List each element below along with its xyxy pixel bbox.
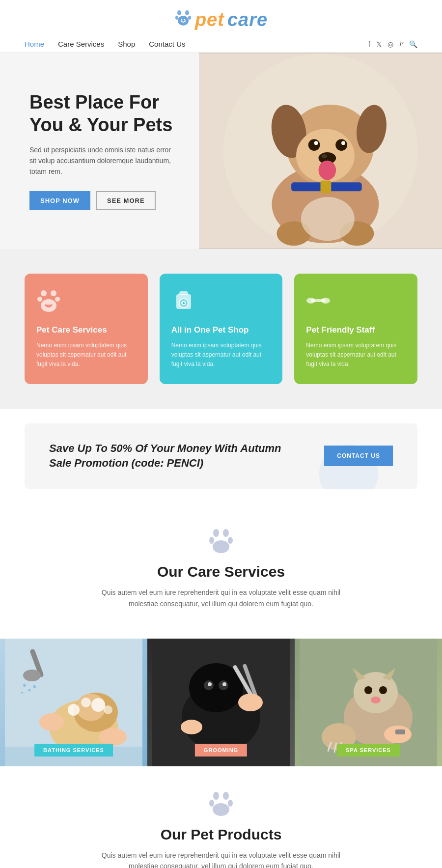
feature-card-pet-staff-text: Nemo enim ipsam voluptatem quis voluptas…	[306, 341, 406, 369]
logo-pet-text: pet	[195, 9, 224, 30]
svg-point-83	[213, 792, 219, 800]
promo-banner: Save Up To 50% Of Your Money With Autumn…	[25, 423, 417, 489]
twitter-icon[interactable]: 𝕏	[376, 40, 382, 48]
contact-us-button[interactable]: CONTACT US	[324, 446, 393, 466]
service-bathing: BATHING SERVICES	[0, 639, 147, 766]
feature-card-pet-staff: Pet Friendly Staff Nemo enim ipsam volup…	[294, 274, 417, 384]
svg-point-67	[181, 720, 202, 734]
svg-point-6	[184, 19, 185, 21]
feature-card-pet-shop-title: All in One Pet Shop	[171, 325, 271, 335]
svg-rect-38	[311, 299, 326, 302]
instagram-icon[interactable]: ◎	[387, 40, 393, 48]
bathing-label: BATHING SERVICES	[34, 744, 113, 756]
svg-rect-82	[395, 729, 405, 734]
svg-point-49	[33, 685, 36, 688]
svg-point-85	[209, 800, 214, 807]
svg-point-71	[222, 682, 226, 686]
care-services-section: Our Care Services Quis autem vel eum iur…	[0, 504, 442, 639]
feature-card-pet-care: Pet Care Services Nemo enim ipsam volupt…	[25, 274, 148, 384]
svg-point-15	[335, 139, 347, 151]
search-icon[interactable]: 🔍	[409, 40, 417, 48]
products-desc: Quis autem vel eum iure reprehenderit qu…	[98, 850, 344, 868]
svg-point-27	[51, 290, 56, 296]
svg-point-86	[228, 800, 233, 807]
nav-links: Home Care Services Shop Contact Us	[25, 40, 185, 48]
pet-care-icon	[36, 288, 136, 317]
nav-contact[interactable]: Contact Us	[149, 40, 185, 48]
svg-point-4	[178, 16, 189, 26]
svg-point-19	[321, 154, 327, 158]
feature-card-pet-staff-title: Pet Friendly Staff	[306, 325, 406, 335]
hero-description: Sed ut perspiciatis unde omnis iste natu…	[29, 144, 177, 177]
see-more-button[interactable]: SEE MORE	[96, 191, 156, 210]
svg-point-47	[23, 684, 26, 687]
svg-point-77	[364, 686, 372, 694]
care-paw-icon	[25, 528, 417, 559]
svg-rect-32	[179, 291, 188, 295]
feature-section: Pet Care Services Nemo enim ipsam volupt…	[0, 249, 442, 409]
hero-image	[199, 53, 442, 249]
care-services-title: Our Care Services	[25, 563, 417, 580]
svg-point-42	[228, 537, 233, 544]
nav-home[interactable]: Home	[25, 40, 44, 48]
header: pet care	[0, 0, 442, 36]
shop-now-button[interactable]: SHOP NOW	[29, 191, 90, 210]
logo-care-text: care	[227, 9, 268, 30]
navigation: Home Care Services Shop Contact Us f 𝕏 ◎…	[0, 36, 442, 53]
svg-point-87	[213, 803, 229, 816]
svg-point-58	[39, 713, 64, 731]
feature-card-pet-shop-text: Nemo enim ipsam voluptatem quis voluptas…	[171, 341, 271, 369]
pet-staff-icon	[306, 288, 406, 317]
hero-buttons: SHOP NOW SEE MORE	[29, 191, 177, 210]
products-paw-icon	[25, 791, 417, 821]
pet-shop-icon	[171, 288, 271, 317]
svg-point-43	[213, 540, 229, 553]
svg-point-79	[371, 697, 381, 703]
svg-point-41	[209, 537, 214, 544]
hero-title: Best Place For You & Your Pets	[29, 91, 177, 136]
grooming-label: GROOMING	[195, 744, 247, 756]
promo-section: Save Up To 50% Of Your Money With Autumn…	[0, 409, 442, 504]
svg-point-14	[308, 139, 320, 151]
svg-point-70	[208, 682, 212, 686]
service-images: BATHING SERVICES GROOMING	[0, 639, 442, 766]
svg-point-46	[23, 670, 41, 681]
svg-point-56	[91, 698, 105, 712]
facebook-icon[interactable]: f	[368, 40, 370, 48]
svg-point-2	[175, 16, 178, 20]
nav-shop[interactable]: Shop	[118, 40, 135, 48]
logo: pet care	[174, 9, 268, 31]
svg-rect-22	[321, 180, 332, 193]
svg-point-17	[341, 141, 345, 145]
hero-section: Best Place For You & Your Pets Sed ut pe…	[0, 53, 442, 249]
feature-cards: Pet Care Services Nemo enim ipsam volupt…	[25, 274, 417, 384]
svg-point-84	[223, 792, 229, 800]
svg-point-40	[223, 529, 229, 537]
svg-point-25	[301, 197, 355, 241]
svg-point-29	[55, 297, 60, 302]
service-spa: SPA SERVICES	[295, 639, 442, 766]
svg-point-78	[379, 686, 387, 694]
logo-paw-icon	[174, 9, 192, 31]
feature-card-pet-care-title: Pet Care Services	[36, 325, 136, 335]
hero-content: Best Place For You & Your Pets Sed ut pe…	[0, 62, 206, 239]
svg-point-54	[68, 704, 80, 716]
promo-text: Save Up To 50% Of Your Money With Autumn…	[49, 441, 295, 472]
service-grooming: GROOMING	[147, 639, 295, 766]
products-title: Our Pet Products	[25, 826, 417, 843]
svg-point-3	[188, 16, 191, 20]
pinterest-icon[interactable]: 𝑃	[399, 40, 403, 48]
svg-point-35	[183, 302, 185, 304]
svg-point-20	[319, 161, 336, 180]
svg-point-59	[99, 728, 127, 746]
svg-point-57	[104, 705, 112, 714]
spa-label: SPA SERVICES	[337, 744, 400, 756]
svg-point-26	[41, 290, 47, 296]
nav-care-services[interactable]: Care Services	[58, 40, 104, 48]
svg-point-0	[177, 10, 181, 15]
feature-card-pet-shop: All in One Pet Shop Nemo enim ipsam volu…	[160, 274, 283, 384]
svg-point-5	[181, 19, 182, 21]
svg-point-48	[28, 689, 31, 691]
svg-point-16	[314, 141, 318, 145]
svg-point-39	[213, 529, 219, 537]
